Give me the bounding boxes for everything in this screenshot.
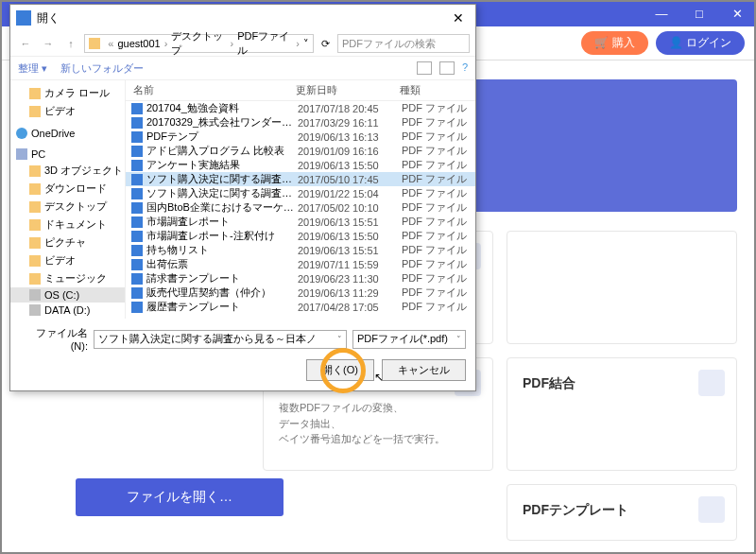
file-date: 2019/01/22 15:04 <box>298 188 402 199</box>
back-button[interactable]: ← <box>16 38 35 49</box>
file-date: 2019/07/11 15:59 <box>298 259 402 270</box>
tree-item[interactable]: ビデオ <box>10 251 125 269</box>
file-name: 20170329_株式会社ワンダーシェアーソ... <box>146 115 298 130</box>
file-row[interactable]: PDFテンプ2019/06/13 16:13PDF ファイル <box>126 130 475 144</box>
refresh-icon[interactable]: ⟳ <box>321 38 330 50</box>
open-file-button[interactable]: ファイルを開く… <box>76 478 284 516</box>
pdf-icon <box>131 174 143 185</box>
file-row[interactable]: アドビ購入プログラム 比較表2019/01/09 16:16PDF ファイル <box>126 144 475 158</box>
file-type: PDF ファイル <box>402 172 475 186</box>
file-name: 市場調査レポート <box>146 215 298 229</box>
file-type: PDF ファイル <box>402 101 475 115</box>
file-row[interactable]: アンケート実施結果2019/06/13 15:50PDF ファイル <box>126 158 475 172</box>
file-row[interactable]: 販売代理店契約書（仲介）2019/06/13 11:29PDF ファイル <box>126 286 475 300</box>
file-date: 2019/01/09 16:16 <box>298 146 402 157</box>
tree-item[interactable]: DATA (D:) <box>10 303 125 318</box>
file-type: PDF ファイル <box>402 130 475 144</box>
file-date: 2017/04/28 17:05 <box>298 302 402 313</box>
file-name: ソフト購入決定に関する調査から見る～... <box>146 172 298 186</box>
filetype-filter[interactable]: PDFファイル(*.pdf) ˅ <box>352 330 466 349</box>
file-list: 名前 更新日時 種類 201704_勉強会資料2017/07/18 20:45P… <box>126 80 475 319</box>
file-name: アドビ購入プログラム 比較表 <box>146 144 298 158</box>
open-button[interactable]: 開く(O) <box>306 359 374 381</box>
file-row[interactable]: ソフト購入決定に関する調査から見る～...2019/01/22 15:04PDF… <box>126 186 475 200</box>
file-open-dialog: 開く ✕ ← → ↑ « guest001 › デスクトップ › PDFファイル… <box>9 4 476 391</box>
pdf-icon <box>131 160 143 171</box>
dialog-titlebar: 開く ✕ <box>10 5 475 31</box>
crumb[interactable]: PDFファイル <box>237 29 292 58</box>
help-icon[interactable]: ? <box>462 61 468 75</box>
filename-input[interactable]: ソフト購入決定に関する調査から見る～日本ノ ˅ <box>94 330 347 349</box>
card-title: PDFテンプレート <box>523 502 721 519</box>
file-date: 2019/06/13 15:50 <box>298 160 402 171</box>
tree-item[interactable]: ミュージック <box>10 269 125 287</box>
card-blank[interactable] <box>507 231 737 344</box>
file-type: PDF ファイル <box>402 243 475 257</box>
tree-item[interactable]: OS (C:) <box>10 287 125 303</box>
tree-item[interactable]: ドキュメント <box>10 216 125 234</box>
tree-item[interactable]: OneDrive <box>10 126 125 141</box>
tree-item[interactable]: デスクトップ <box>10 198 125 216</box>
file-row[interactable]: ソフト購入決定に関する調査から見る～...2017/05/10 17:45PDF… <box>126 172 475 186</box>
col-date[interactable]: 更新日時 <box>296 83 400 97</box>
cancel-button[interactable]: キャンセル <box>382 359 466 381</box>
file-row[interactable]: 請求書テンプレート2019/06/23 11:30PDF ファイル <box>126 271 475 286</box>
col-name[interactable]: 名前 <box>126 83 296 97</box>
up-button[interactable]: ↑ <box>61 38 80 49</box>
tree-item[interactable]: ピクチャ <box>10 234 125 251</box>
close-button[interactable]: ✕ <box>718 0 756 26</box>
file-date: 2019/06/23 11:30 <box>298 273 402 285</box>
file-type: PDF ファイル <box>402 186 475 200</box>
tree-item[interactable]: 3D オブジェクト <box>10 162 125 180</box>
file-row[interactable]: 201704_勉強会資料2017/07/18 20:45PDF ファイル <box>126 101 475 115</box>
breadcrumb[interactable]: « guest001 › デスクトップ › PDFファイル › ˅ <box>84 34 314 53</box>
minimize-button[interactable]: — <box>643 0 680 26</box>
file-row[interactable]: 市場調査レポート-注釈付け2019/06/13 15:50PDF ファイル <box>126 229 475 243</box>
file-type: PDF ファイル <box>402 158 475 172</box>
template-icon <box>698 496 725 523</box>
file-name: PDFテンプ <box>146 130 298 144</box>
cursor-icon: ↖ <box>374 371 384 384</box>
card-combine[interactable]: PDF結合 <box>507 357 737 471</box>
buy-button[interactable]: 🛒 購入 <box>581 31 647 55</box>
crumb[interactable]: デスクトップ <box>171 29 226 58</box>
file-row[interactable]: 国内BtoB企業におけるマーケティング活...2017/05/02 10:10P… <box>126 200 475 215</box>
card-title: PDF結合 <box>523 375 721 392</box>
tree-item-label: OneDrive <box>31 128 75 139</box>
search-input[interactable]: PDFファイルの検索 <box>337 34 470 53</box>
col-type[interactable]: 種類 <box>400 83 475 97</box>
tree-item[interactable]: PC <box>10 147 125 162</box>
maximize-button[interactable]: □ <box>680 0 718 26</box>
login-button[interactable]: 👤 ログイン <box>656 31 745 55</box>
file-row[interactable]: 20170329_株式会社ワンダーシェアーソ...2017/03/29 16:1… <box>126 115 475 130</box>
file-name: 販売代理店契約書（仲介） <box>146 286 298 300</box>
file-date: 2017/05/10 17:45 <box>298 174 402 185</box>
view-icon[interactable] <box>417 61 432 75</box>
folder-icon <box>29 273 41 285</box>
app-icon <box>16 10 31 26</box>
forward-button[interactable]: → <box>39 38 58 49</box>
preview-icon[interactable] <box>439 61 455 75</box>
card-desc1: 複数PDFファイルの変換、 <box>279 400 477 416</box>
crumb[interactable]: guest001 <box>117 38 160 49</box>
organize-button[interactable]: 整理 ▾ <box>18 61 47 76</box>
pdf-icon <box>131 216 143 228</box>
cloud-icon <box>16 128 27 139</box>
file-type: PDF ファイル <box>402 286 475 300</box>
new-folder-button[interactable]: 新しいフォルダー <box>60 61 144 76</box>
file-row[interactable]: 履歴書テンプレート2017/04/28 17:05PDF ファイル <box>126 300 475 314</box>
dialog-close-icon[interactable]: ✕ <box>447 10 470 26</box>
nav-tree[interactable]: カメラ ロールビデオOneDrivePC3D オブジェクトダウンロードデスクトッ… <box>10 80 126 319</box>
file-row[interactable]: 出荷伝票2019/07/11 15:59PDF ファイル <box>126 257 475 271</box>
file-row[interactable]: 市場調査レポート2019/06/13 15:51PDF ファイル <box>126 215 475 229</box>
tree-item[interactable]: カメラ ロール <box>10 84 125 102</box>
tree-item[interactable]: ビデオ <box>10 102 125 120</box>
drive-icon <box>29 304 41 316</box>
tree-item[interactable]: ダウンロード <box>10 180 125 198</box>
pc-icon <box>16 148 27 160</box>
file-date: 2017/03/29 16:11 <box>298 117 402 129</box>
file-type: PDF ファイル <box>402 271 475 286</box>
card-template[interactable]: PDFテンプレート <box>507 484 737 541</box>
file-row[interactable]: 持ち物リスト2019/06/13 15:51PDF ファイル <box>126 243 475 257</box>
tree-item-label: ビデオ <box>44 253 76 268</box>
